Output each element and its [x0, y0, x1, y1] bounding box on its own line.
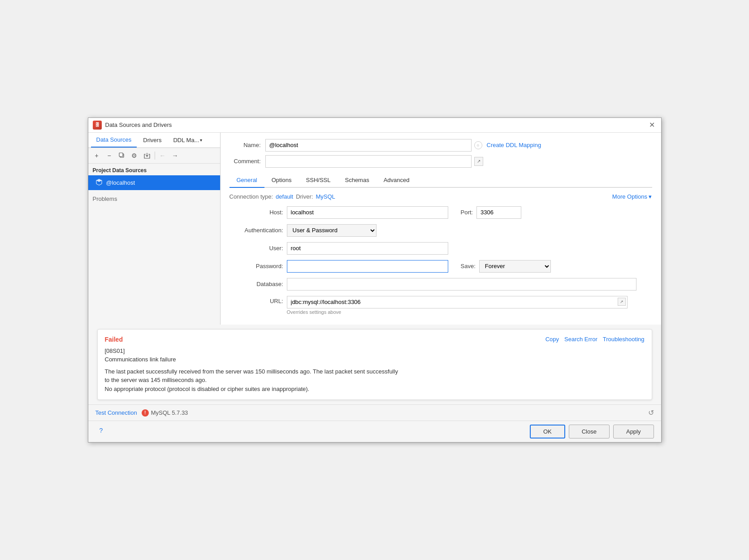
more-options-link[interactable]: More Options ▾ — [612, 193, 652, 200]
connection-type-value[interactable]: default — [276, 193, 293, 200]
datasource-icon — [95, 178, 103, 187]
save-label: Save: — [461, 263, 476, 269]
connection-info-row: Connection type: default Driver: MySQL M… — [229, 193, 652, 200]
ddl-dropdown-icon: ▾ — [200, 138, 202, 143]
database-input[interactable] — [287, 278, 636, 291]
host-port-row: Host: Port: — [229, 206, 652, 219]
user-input[interactable] — [287, 242, 448, 255]
dialog-buttons: ? OK Close Apply — [88, 421, 661, 442]
refresh-button[interactable]: ↺ — [648, 408, 654, 417]
error-detail-2: to the server was 145 milliseconds ago. — [105, 377, 207, 383]
datasource-name: @localhost — [106, 179, 135, 186]
host-input[interactable] — [287, 206, 448, 219]
add-datasource-button[interactable]: + — [91, 150, 103, 161]
error-code: [08S01] — [105, 347, 645, 354]
troubleshooting-link[interactable]: Troubleshooting — [603, 336, 645, 343]
window-title: Data Sources and Drivers — [105, 122, 172, 128]
error-detail-3: No appropriate protocol (protocol is dis… — [105, 386, 310, 392]
top-tabs-row: Data Sources Drivers DDL Ma... ▾ — [88, 133, 220, 148]
driver-value[interactable]: MySQL — [316, 193, 335, 200]
forward-button[interactable]: → — [169, 150, 181, 161]
url-expand-button[interactable]: ↗ — [618, 298, 626, 306]
project-data-sources-header: Project Data Sources — [88, 164, 220, 175]
help-button[interactable]: ? — [95, 425, 107, 436]
auth-select[interactable]: User & Password No auth pgpass SSH Tunne… — [287, 224, 377, 237]
name-row: Name: ○ Create DDL Mapping — [229, 139, 652, 152]
mysql-version: MySQL 5.7.33 — [151, 409, 188, 416]
tab-schemas[interactable]: Schemas — [338, 173, 376, 188]
auth-select-wrapper: User & Password No auth pgpass SSH Tunne… — [287, 224, 377, 237]
tab-ddl-mappings[interactable]: DDL Ma... ▾ — [168, 133, 208, 147]
status-error-icon: ! — [142, 409, 149, 417]
password-label: Password: — [229, 263, 283, 269]
comment-row: Comment: ↗ — [229, 155, 652, 168]
error-detail: The last packet successfully received fr… — [105, 367, 645, 394]
tab-drivers[interactable]: Drivers — [138, 133, 167, 147]
export-button[interactable] — [141, 150, 153, 161]
main-content: Data Sources Drivers DDL Ma... ▾ + − — [88, 133, 661, 325]
url-row: URL: ↗ Overrides settings above — [229, 296, 652, 315]
ok-button[interactable]: OK — [530, 425, 565, 438]
back-button[interactable]: ← — [157, 150, 169, 161]
bottom-bar: Test Connection ! MySQL 5.7.33 ↺ — [88, 404, 661, 421]
comment-input[interactable] — [265, 155, 472, 168]
error-actions: Copy Search Error Troubleshooting — [546, 336, 645, 343]
close-dialog-button[interactable]: Close — [569, 425, 610, 438]
user-row: User: — [229, 242, 652, 255]
comment-label: Comment: — [229, 158, 261, 165]
left-panel: Data Sources Drivers DDL Ma... ▾ + − — [88, 133, 221, 325]
port-label: Port: — [461, 209, 473, 216]
error-detail-1: The last packet successfully received fr… — [105, 368, 398, 375]
name-label: Name: — [229, 142, 261, 148]
tab-options[interactable]: Options — [264, 173, 299, 188]
user-label: User: — [229, 245, 283, 252]
apply-button[interactable]: Apply — [613, 425, 654, 438]
save-select-wrapper: Forever Until restart Never — [479, 260, 551, 273]
overrides-text: Overrides settings above — [287, 309, 628, 315]
problems-label: Problems — [93, 195, 117, 202]
right-panel: Name: ○ Create DDL Mapping Comment: ↗ Ge… — [221, 133, 661, 325]
save-select[interactable]: Forever Until restart Never — [479, 260, 551, 273]
database-row: Database: — [229, 278, 652, 291]
svg-rect-1 — [119, 153, 123, 156]
password-input[interactable] — [287, 260, 448, 273]
tab-ssh-ssl[interactable]: SSH/SSL — [299, 173, 338, 188]
url-input[interactable] — [287, 296, 628, 308]
datasource-item-localhost[interactable]: @localhost — [88, 175, 220, 190]
test-status: ! MySQL 5.7.33 — [142, 409, 188, 417]
comment-expand-button[interactable]: ↗ — [474, 157, 483, 166]
left-toolbar: + − ⚙ ← → — [88, 148, 220, 164]
auth-row: Authentication: User & Password No auth … — [229, 224, 652, 237]
toolbar-separator — [155, 152, 155, 160]
url-container: ↗ Overrides settings above — [287, 296, 628, 315]
create-ddl-link[interactable]: Create DDL Mapping — [487, 142, 541, 148]
tab-advanced[interactable]: Advanced — [377, 173, 417, 188]
error-message: Communications link failure — [105, 356, 645, 363]
problems-section: Problems — [88, 190, 220, 208]
auth-label: Authentication: — [229, 227, 283, 234]
app-icon: 🗄 — [93, 121, 102, 130]
tab-data-sources[interactable]: Data Sources — [91, 133, 137, 148]
error-panel: Failed Copy Search Error Troubleshooting… — [97, 329, 652, 400]
password-row: Password: Save: Forever Until restart Ne… — [229, 260, 652, 273]
connection-tabs: General Options SSH/SSL Schemas Advanced — [229, 173, 652, 188]
error-header: Failed Copy Search Error Troubleshooting — [105, 336, 645, 343]
url-label: URL: — [229, 296, 283, 304]
name-input[interactable] — [265, 139, 472, 152]
copy-datasource-button[interactable] — [116, 150, 128, 161]
close-window-button[interactable]: ✕ — [648, 121, 657, 130]
title-bar: 🗄 Data Sources and Drivers ✕ — [88, 118, 661, 133]
search-error-link[interactable]: Search Error — [564, 336, 597, 343]
copy-link[interactable]: Copy — [546, 336, 559, 343]
name-action-icon[interactable]: ○ — [474, 141, 482, 149]
host-label: Host: — [229, 209, 283, 216]
failed-label: Failed — [105, 336, 123, 343]
settings-button[interactable]: ⚙ — [129, 150, 140, 161]
database-label: Database: — [229, 281, 283, 287]
test-connection-button[interactable]: Test Connection — [95, 409, 137, 416]
driver-label: Driver: — [296, 193, 313, 200]
remove-datasource-button[interactable]: − — [104, 150, 115, 161]
connection-type-label: Connection type: — [229, 193, 273, 200]
tab-general[interactable]: General — [229, 173, 264, 188]
port-input[interactable] — [476, 206, 521, 219]
